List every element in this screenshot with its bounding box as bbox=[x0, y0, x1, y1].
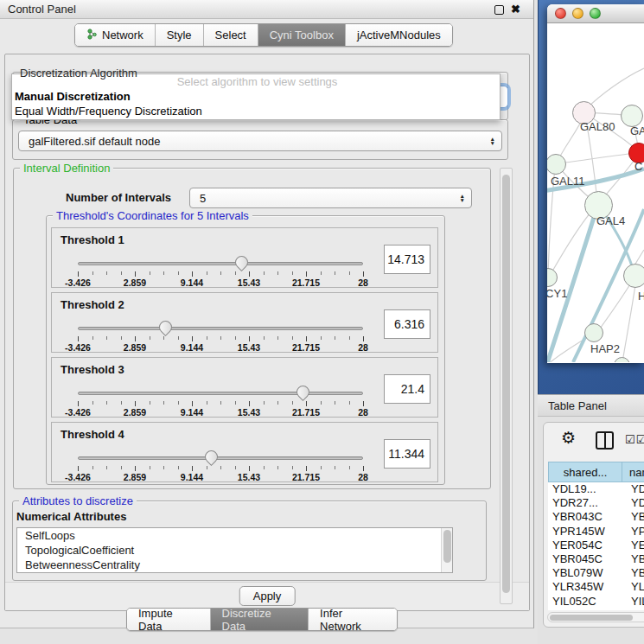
table-row[interactable]: YBL079WYBL0 bbox=[548, 566, 644, 580]
cell-name[interactable]: YBR0 bbox=[622, 510, 644, 524]
tick-mark bbox=[178, 401, 179, 405]
tab-discretize-data[interactable]: Discretize Data bbox=[211, 609, 309, 630]
cell-shared-name[interactable]: YPR145W bbox=[548, 525, 622, 539]
dropdown-item-equal-width-frequency[interactable]: Equal Width/Frequency Discretization bbox=[12, 104, 500, 118]
tick-mark bbox=[235, 271, 236, 275]
cell-shared-name[interactable]: YER054C bbox=[548, 539, 622, 552]
threshold-slider[interactable] bbox=[78, 456, 363, 462]
number-of-intervals-combobox[interactable]: 5 ▲▼ bbox=[189, 188, 472, 208]
apply-button[interactable]: Apply bbox=[239, 586, 296, 606]
tick-mark bbox=[363, 466, 364, 471]
table-data-combobox[interactable]: galFiltered.sif default node ▲▼ bbox=[18, 131, 502, 151]
attribute-list-item[interactable]: TopologicalCoefficient bbox=[17, 543, 452, 558]
slider-thumb[interactable] bbox=[294, 383, 312, 401]
tick-mark bbox=[306, 271, 307, 277]
cell-name[interactable]: YBR0 bbox=[622, 552, 644, 566]
column-header-shared-name[interactable]: shared... bbox=[548, 462, 622, 482]
dropdown-item-manual-discretization[interactable]: Manual Discretization bbox=[12, 89, 500, 104]
list-scrollbar[interactable] bbox=[441, 528, 452, 572]
cell-shared-name[interactable]: YBR045C bbox=[548, 552, 622, 566]
zoom-traffic-light-icon[interactable] bbox=[590, 8, 601, 19]
cell-shared-name[interactable]: YDR27... bbox=[548, 496, 622, 510]
table-row[interactable]: YPR145WYPR1 bbox=[548, 525, 644, 539]
network-canvas[interactable]: GAL80GACGAL11GAL4GCY1HHAP2 bbox=[547, 23, 644, 362]
threshold-slider[interactable] bbox=[78, 261, 363, 268]
cell-name[interactable]: YBL0 bbox=[622, 566, 644, 580]
numerical-attributes-list[interactable]: SelfLoopsTopologicalCoefficientBetweenne… bbox=[16, 527, 453, 573]
table-row[interactable]: YBR043CYBR0 bbox=[548, 510, 644, 524]
scrollbar-thumb[interactable] bbox=[550, 615, 633, 621]
network-icon bbox=[86, 29, 98, 42]
table-row[interactable]: YDL19...YDL1 bbox=[548, 482, 644, 496]
cell-shared-name[interactable]: YBR043C bbox=[548, 510, 622, 524]
threshold-value-field[interactable]: 6.316 bbox=[384, 309, 430, 339]
tab-infer-network[interactable]: Infer Network bbox=[309, 609, 397, 630]
tick-mark bbox=[178, 271, 179, 275]
threshold-slider[interactable] bbox=[78, 391, 363, 398]
checkbox-checked-icons[interactable]: ☑☑ bbox=[625, 433, 644, 446]
cell-name[interactable]: YER0 bbox=[622, 539, 644, 552]
tick-mark bbox=[292, 466, 293, 469]
tab-select[interactable]: Select bbox=[204, 24, 258, 46]
threshold-value-field[interactable]: 14.713 bbox=[384, 245, 430, 274]
cell-name[interactable]: YIL0 bbox=[622, 595, 644, 609]
scrollbar-thumb[interactable] bbox=[443, 530, 451, 563]
cell-shared-name[interactable]: YDL19... bbox=[548, 482, 622, 496]
cell-shared-name[interactable]: YBL079W bbox=[548, 566, 622, 580]
network-window-titlebar[interactable] bbox=[547, 4, 644, 23]
slider-thumb[interactable] bbox=[233, 253, 251, 271]
node-label-ga: GA bbox=[630, 124, 644, 137]
node-label-hap2: HAP2 bbox=[590, 342, 620, 355]
slider-track[interactable] bbox=[78, 392, 363, 395]
slider-thumb[interactable] bbox=[202, 448, 220, 466]
tick-mark bbox=[150, 401, 150, 405]
tick-mark bbox=[135, 466, 136, 471]
gear-icon[interactable]: ⚙ bbox=[561, 428, 576, 448]
tick-mark bbox=[121, 336, 122, 340]
node-hap2[interactable] bbox=[584, 323, 603, 342]
tab-network[interactable]: Network bbox=[75, 24, 156, 46]
cell-name[interactable]: YDL1 bbox=[622, 482, 644, 496]
cell-name[interactable]: YDR2 bbox=[622, 496, 644, 510]
tab-jactivemnodules[interactable]: jActiveMNodules bbox=[346, 24, 452, 46]
column-header-name[interactable]: name bbox=[622, 462, 644, 482]
close-traffic-light-icon[interactable] bbox=[555, 8, 566, 19]
table-row[interactable]: YBR045CYBR0 bbox=[548, 552, 644, 566]
slider-thumb[interactable] bbox=[156, 318, 175, 336]
horizontal-scrollbar[interactable] bbox=[547, 612, 644, 622]
slider-track[interactable] bbox=[78, 327, 363, 330]
close-icon[interactable]: ✖ bbox=[511, 3, 520, 16]
tick-mark bbox=[363, 271, 364, 277]
threshold-value-field[interactable]: 11.344 bbox=[384, 439, 430, 469]
tick-mark bbox=[335, 466, 335, 469]
tick-mark bbox=[178, 466, 179, 469]
node-label-c: C bbox=[634, 160, 642, 173]
node[interactable] bbox=[623, 264, 644, 288]
threshold-value-field[interactable]: 21.4 bbox=[384, 374, 430, 404]
tick-label: 28 bbox=[358, 472, 368, 482]
slider-track[interactable] bbox=[78, 262, 363, 265]
attribute-list-item[interactable]: BetweennessCentrality bbox=[17, 558, 452, 572]
table-row[interactable]: YDR27...YDR2 bbox=[548, 496, 644, 510]
tab-style[interactable]: Style bbox=[156, 24, 204, 46]
cell-shared-name[interactable]: YLR345W bbox=[548, 580, 622, 594]
tab-cyni-toolbox[interactable]: Cyni Toolbox bbox=[258, 24, 346, 46]
float-window-icon[interactable] bbox=[494, 5, 504, 15]
panel-scrollbar[interactable] bbox=[500, 168, 513, 604]
scrollbar-thumb[interactable] bbox=[502, 175, 510, 593]
cell-shared-name[interactable]: YIL052C bbox=[548, 595, 622, 609]
tab-impute-data[interactable]: Impute Data bbox=[127, 609, 211, 630]
threshold-slider[interactable] bbox=[78, 326, 363, 333]
table-row[interactable]: YER054CYER0 bbox=[548, 539, 644, 552]
network-view-window: GAL80GACGAL11GAL4GCY1HHAP2 bbox=[547, 4, 644, 363]
cell-name[interactable]: YLR3 bbox=[622, 580, 644, 594]
table-row[interactable]: YIL052CYIL0 bbox=[548, 595, 644, 609]
minimize-traffic-light-icon[interactable] bbox=[572, 8, 583, 19]
column-layout-icon[interactable] bbox=[596, 431, 614, 450]
algorithm-dropdown-popup: Select algorithm to view settings Manual… bbox=[11, 73, 501, 120]
tick-label: 15.43 bbox=[238, 472, 260, 482]
attribute-list-item[interactable]: SelfLoops bbox=[17, 528, 452, 543]
table-row[interactable]: YLR345WYLR3 bbox=[548, 580, 644, 594]
cell-name[interactable]: YPR1 bbox=[622, 525, 644, 539]
slider-track[interactable] bbox=[78, 456, 363, 460]
